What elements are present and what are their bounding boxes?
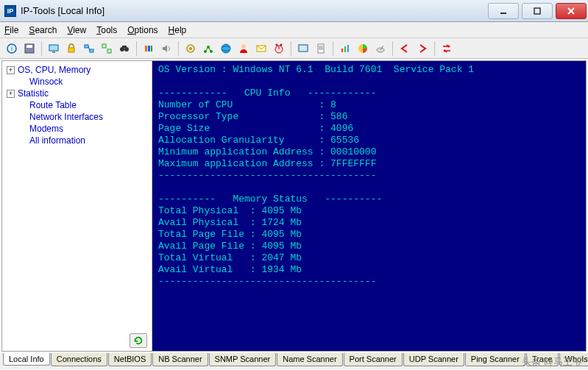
ports-icon[interactable]	[141, 40, 157, 57]
save-icon[interactable]	[21, 40, 38, 57]
tab-udp-scanner[interactable]: UDP Scanner	[403, 353, 464, 366]
menu-tools[interactable]: Tools	[96, 25, 117, 35]
expand-icon[interactable]: +	[7, 66, 15, 74]
document-icon[interactable]	[313, 40, 329, 57]
svg-point-33	[280, 43, 283, 46]
pie-icon[interactable]	[355, 40, 371, 57]
svg-rect-35	[318, 44, 324, 53]
menu-search[interactable]: Search	[29, 25, 57, 35]
tab-netbios[interactable]: NetBIOS	[108, 353, 152, 366]
close-button[interactable]	[556, 3, 587, 19]
swap-icon[interactable]	[439, 40, 455, 57]
svg-rect-9	[52, 51, 55, 53]
toolbar: i	[0, 38, 588, 59]
svg-rect-18	[122, 46, 127, 48]
tree-item-label: All information	[29, 135, 85, 146]
svg-rect-19	[145, 46, 147, 51]
svg-rect-15	[107, 49, 111, 53]
tab-port-scanner[interactable]: Port Scanner	[344, 353, 403, 366]
tree-panel: +OS, CPU, MemoryWinsock+StatisticRoute T…	[2, 61, 152, 351]
svg-rect-20	[148, 46, 150, 51]
tree-item-route-table[interactable]: Route Table	[2, 99, 152, 111]
tab-connections[interactable]: Connections	[51, 353, 107, 366]
refresh-button[interactable]	[130, 333, 147, 348]
tab-nb-scanner[interactable]: NB Scanner	[152, 353, 208, 366]
tree-item-network-interfaces[interactable]: Network Interfaces	[2, 111, 152, 123]
chart-icon[interactable]	[337, 40, 353, 57]
app-icon: IP	[4, 5, 16, 17]
tree-item-modems[interactable]: Modems	[2, 123, 152, 135]
tree-item-os-cpu-memory[interactable]: +OS, CPU, Memory	[2, 64, 152, 76]
svg-rect-10	[68, 48, 74, 52]
svg-rect-34	[299, 45, 308, 51]
menubar: File Search View Tools Options Help	[0, 22, 588, 38]
binoculars-icon[interactable]	[116, 40, 132, 57]
titlebar: IP IP-Tools [Local Info]	[0, 0, 588, 22]
svg-rect-1	[534, 8, 540, 14]
sound-icon[interactable]	[158, 40, 174, 57]
tree-item-label: Modems	[29, 124, 63, 134]
minimize-button[interactable]	[488, 3, 519, 19]
arrow-right-icon[interactable]	[414, 40, 431, 57]
tree-item-statistic[interactable]: +Statistic	[2, 88, 152, 99]
svg-rect-39	[341, 49, 343, 52]
svg-rect-14	[102, 44, 106, 48]
menu-options[interactable]: Options	[127, 25, 157, 35]
tree-item-label: Route Table	[29, 100, 77, 110]
window-title: IP-Tools [Local Info]	[21, 5, 105, 16]
svg-rect-8	[49, 45, 58, 51]
svg-rect-40	[344, 46, 346, 52]
tree-item-label: Network Interfaces	[29, 112, 103, 122]
network-icon[interactable]	[81, 40, 97, 57]
tab-snmp-scanner[interactable]: SNMP Scanner	[209, 353, 277, 366]
monitor-icon[interactable]	[46, 40, 62, 57]
user-icon[interactable]	[235, 40, 252, 57]
ping-icon[interactable]	[183, 40, 199, 57]
tree-item-label: Winsock	[29, 77, 63, 87]
svg-point-32	[276, 43, 278, 46]
svg-rect-21	[151, 46, 152, 51]
svg-rect-41	[347, 45, 349, 52]
info-icon[interactable]: i	[4, 40, 20, 57]
console-output: OS Version : Windows NT 6.1 Build 7601 S…	[152, 61, 586, 351]
tab-local-info[interactable]: Local Info	[3, 353, 50, 366]
menu-help[interactable]: Help	[169, 25, 187, 35]
svg-point-23	[189, 47, 192, 50]
clock-icon[interactable]	[271, 40, 287, 57]
mail-icon[interactable]	[253, 40, 269, 57]
svg-rect-11	[85, 45, 88, 48]
tree-item-label: OS, CPU, Memory	[18, 65, 91, 75]
menu-view[interactable]: View	[67, 25, 86, 35]
svg-point-28	[241, 44, 246, 49]
svg-rect-7	[26, 45, 32, 48]
satellite-icon[interactable]	[372, 40, 389, 57]
screen-icon[interactable]	[295, 40, 311, 57]
lock-icon[interactable]	[63, 40, 79, 57]
svg-text:i: i	[11, 45, 13, 52]
svg-point-27	[222, 44, 230, 53]
arrow-left-icon[interactable]	[397, 40, 413, 57]
tree-item-winsock[interactable]: Winsock	[2, 76, 152, 88]
tab-ping-scanner[interactable]: Ping Scanner	[465, 353, 525, 366]
computers-icon[interactable]	[99, 40, 115, 57]
svg-line-13	[88, 46, 90, 51]
maximize-button[interactable]	[522, 3, 553, 19]
expand-icon[interactable]: +	[7, 90, 15, 98]
svg-rect-12	[90, 49, 93, 52]
tab-bar: Local InfoConnectionsNetBIOSNB ScannerSN…	[0, 353, 588, 369]
tree-item-all-information[interactable]: All information	[2, 135, 152, 146]
menu-file[interactable]: File	[4, 25, 18, 35]
globe-icon[interactable]	[218, 40, 234, 57]
tree-item-label: Statistic	[18, 88, 49, 99]
tab-name-scanner[interactable]: Name Scanner	[277, 353, 342, 366]
watermark: 头条 @马王爷	[522, 355, 582, 369]
trace-icon[interactable]	[200, 40, 216, 57]
